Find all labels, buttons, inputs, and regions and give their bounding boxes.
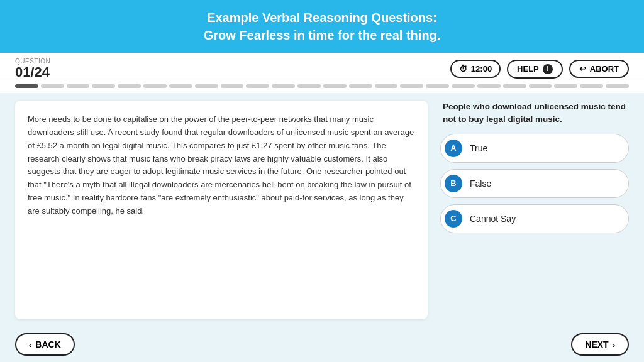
nav-controls: ⏱ 12:00 HELP i ↩ ABORT [450,60,629,79]
progress-segment [297,84,321,88]
question-label: QUESTION 01/24 [15,58,50,80]
progress-track [15,84,629,88]
progress-segment [606,84,629,88]
answer-option-a[interactable]: A True [440,134,629,163]
abort-button[interactable]: ↩ ABORT [569,60,629,78]
main-content: More needs to be done to capitalise on t… [0,93,644,327]
abort-label: ABORT [590,64,619,74]
progress-segment [67,84,90,88]
timer-button[interactable]: ⏱ 12:00 [450,60,501,78]
progress-segment [375,84,398,88]
question-statement: People who download unlicensed music ten… [440,101,629,126]
progress-segment [246,84,269,88]
back-chevron-icon: ‹ [29,340,31,349]
passage-text: More needs to be done to capitalise on t… [28,113,415,217]
abort-icon: ↩ [579,64,586,74]
page-header: Example Verbal Reasoning Questions: Grow… [0,0,644,53]
next-label: NEXT [585,339,608,349]
answer-option-b[interactable]: B False [440,169,629,198]
progress-bar-container [0,80,644,93]
progress-segment [477,84,501,88]
clock-icon: ⏱ [459,64,467,74]
progress-segment [503,84,526,88]
option-label-a: True [470,143,487,153]
question-number: 01/24 [15,65,50,80]
back-button[interactable]: ‹ BACK [15,333,75,356]
help-button[interactable]: HELP i [507,60,563,79]
progress-segment [143,84,167,88]
help-label: HELP [517,64,539,74]
progress-segment [426,84,449,88]
progress-segment [580,84,603,88]
option-badge-b: B [445,175,462,192]
answer-options: A True B False C Cannot Say [440,134,629,233]
progress-segment [15,84,38,88]
progress-segment [118,84,141,88]
help-info-icon: i [543,64,553,74]
timer-value: 12:00 [471,64,492,74]
right-panel: People who download unlicensed music ten… [440,101,629,319]
progress-segment [221,84,244,88]
progress-segment [349,84,372,88]
back-label: BACK [35,339,60,349]
header-title: Example Verbal Reasoning Questions: Grow… [13,9,631,44]
progress-segment [169,84,192,88]
progress-segment [323,84,347,88]
progress-segment [554,84,577,88]
next-chevron-icon: › [613,340,615,349]
progress-segment [272,84,295,88]
answer-option-c[interactable]: C Cannot Say [440,204,629,233]
progress-segment [92,84,115,88]
progress-segment [195,84,218,88]
progress-segment [529,84,552,88]
next-button[interactable]: NEXT › [571,333,629,356]
option-label-b: False [470,178,491,189]
question-card: More needs to be done to capitalise on t… [15,101,428,319]
footer: ‹ BACK NEXT › [0,327,644,362]
option-badge-c: C [445,210,462,228]
option-badge-a: A [445,140,462,157]
progress-segment [41,84,64,88]
progress-segment [400,84,423,88]
option-label-c: Cannot Say [470,214,516,224]
progress-segment [452,84,475,88]
navbar: QUESTION 01/24 ⏱ 12:00 HELP i ↩ ABORT [0,53,644,80]
